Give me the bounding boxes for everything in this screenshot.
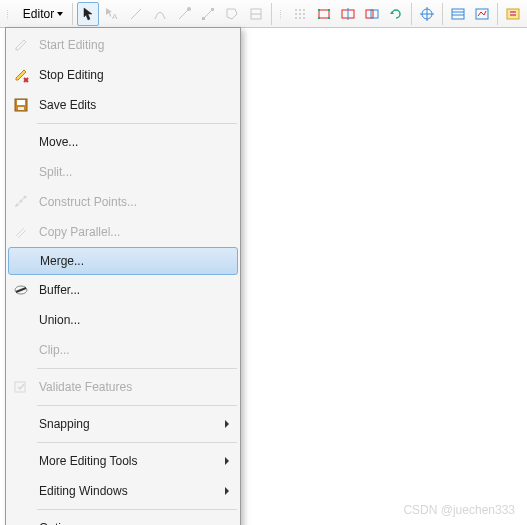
svg-rect-54: [15, 382, 25, 392]
svg-rect-22: [318, 9, 320, 11]
svg-rect-23: [328, 9, 330, 11]
editor-menu-label: Editor: [23, 7, 54, 21]
sketch-prop-icon: [475, 7, 489, 21]
svg-rect-28: [366, 10, 373, 18]
svg-point-15: [295, 13, 297, 15]
merge-rect-icon: [365, 7, 379, 21]
menu-item-stop-editing[interactable]: Stop Editing: [7, 60, 239, 90]
svg-point-49: [24, 196, 27, 199]
submenu-arrow-icon: [225, 487, 229, 495]
svg-point-47: [16, 204, 19, 207]
toolbar-grabber[interactable]: ⋮⋮: [275, 10, 286, 18]
svg-line-3: [131, 9, 141, 19]
menu-item-more-editing-tools[interactable]: More Editing Tools: [7, 446, 239, 476]
editor-menu-button[interactable]: Editor: [16, 2, 68, 26]
menu-label: Editing Windows: [35, 484, 225, 498]
svg-point-16: [299, 13, 301, 15]
arc-tool-button: [149, 2, 171, 26]
svg-rect-29: [371, 10, 378, 18]
menu-label: Union...: [35, 313, 239, 327]
reshape-icon: [225, 7, 239, 21]
svg-rect-45: [18, 107, 24, 110]
pencil-stop-icon: [13, 67, 29, 83]
toolbar-separator: [411, 3, 412, 25]
menu-item-editing-windows[interactable]: Editing Windows: [7, 476, 239, 506]
menu-label: Construct Points...: [35, 195, 239, 209]
svg-rect-37: [476, 9, 488, 19]
merge-polygon-button[interactable]: [361, 2, 383, 26]
menu-item-move[interactable]: Move...: [7, 127, 239, 157]
menu-separator: [37, 405, 237, 406]
menu-item-buffer[interactable]: Buffer...: [7, 275, 239, 305]
svg-marker-0: [84, 8, 92, 20]
svg-line-53: [16, 288, 26, 292]
pencil-icon: [13, 37, 29, 53]
buffer-icon: [13, 282, 29, 298]
svg-line-51: [18, 230, 26, 238]
svg-point-13: [299, 9, 301, 11]
menu-item-options[interactable]: Options...: [7, 513, 239, 525]
arrow-a-icon: A: [105, 7, 119, 21]
menu-label: Save Edits: [35, 98, 239, 112]
menu-separator: [37, 509, 237, 510]
menu-item-merge[interactable]: Merge...: [8, 247, 238, 275]
reshape-tool-button: [221, 2, 243, 26]
menu-item-split: Split...: [7, 157, 239, 187]
svg-point-20: [303, 17, 305, 19]
svg-point-17: [303, 13, 305, 15]
toolbar-separator: [271, 3, 272, 25]
svg-line-50: [16, 228, 24, 236]
menu-label: Options...: [35, 521, 239, 525]
cut-tool-button: [245, 2, 267, 26]
menu-item-validate-features: Validate Features: [7, 372, 239, 402]
editor-dropdown-menu: Start Editing Stop Editing Save Edits Mo…: [5, 27, 241, 525]
menu-separator: [37, 368, 237, 369]
menu-label: More Editing Tools: [35, 454, 225, 468]
menu-item-save-edits[interactable]: Save Edits: [7, 90, 239, 120]
split-rect-icon: [341, 7, 355, 21]
attributes-button[interactable]: [447, 2, 469, 26]
toolbar-grabber[interactable]: ⋮⋮: [2, 10, 13, 18]
rotate-tool-button[interactable]: [385, 2, 407, 26]
create-features-button[interactable]: [502, 2, 524, 26]
rectangle-tool-button[interactable]: [313, 2, 335, 26]
menu-separator: [37, 442, 237, 443]
create-features-icon: [506, 7, 520, 21]
validate-icon: [13, 379, 29, 395]
menu-label: Clip...: [35, 343, 239, 357]
menu-label: Move...: [35, 135, 239, 149]
watermark: CSDN @juechen333: [403, 503, 515, 517]
svg-point-19: [299, 17, 301, 19]
editor-toolbar: ⋮⋮ Editor A ⋮⋮: [0, 0, 527, 28]
svg-point-5: [187, 7, 191, 11]
table-icon: [451, 7, 465, 21]
svg-rect-44: [17, 100, 25, 105]
toolbar-separator: [72, 3, 73, 25]
menu-label: Validate Features: [35, 380, 239, 394]
snap-grid-button: [289, 2, 311, 26]
rectangle-icon: [317, 7, 331, 21]
svg-line-4: [179, 9, 189, 19]
target-tool-button[interactable]: [416, 2, 438, 26]
sketch-properties-button[interactable]: [471, 2, 493, 26]
line-icon: [129, 7, 143, 21]
menu-label: Split...: [35, 165, 239, 179]
point-tool-button: [173, 2, 195, 26]
svg-point-12: [295, 9, 297, 11]
menu-item-start-editing: Start Editing: [7, 30, 239, 60]
dots-grid-icon: [293, 7, 307, 21]
svg-point-14: [303, 9, 305, 11]
menu-separator: [37, 123, 237, 124]
edit-tool-button[interactable]: [77, 2, 99, 26]
menu-item-construct-points: Construct Points...: [7, 187, 239, 217]
menu-label: Start Editing: [35, 38, 239, 52]
svg-rect-38: [507, 9, 519, 19]
menu-item-union[interactable]: Union...: [7, 305, 239, 335]
vertex-tool-button: [197, 2, 219, 26]
menu-item-copy-parallel: Copy Parallel...: [7, 217, 239, 247]
split-polygon-button[interactable]: [337, 2, 359, 26]
toolbar-separator: [497, 3, 498, 25]
svg-line-8: [204, 10, 212, 18]
menu-item-snapping[interactable]: Snapping: [7, 409, 239, 439]
submenu-arrow-icon: [225, 420, 229, 428]
